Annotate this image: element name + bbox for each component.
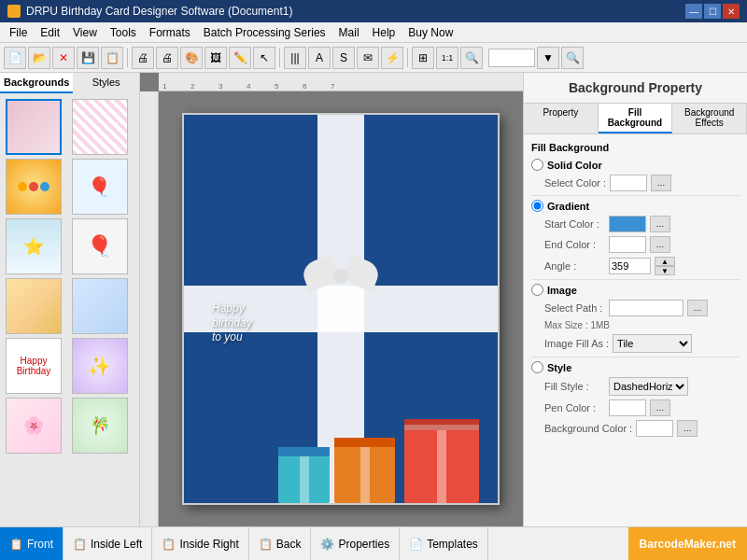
pen-color-button[interactable]: … <box>650 399 670 416</box>
prop-tab-effects[interactable]: Background Effects <box>672 104 747 133</box>
tb-zoomout[interactable]: 🔍 <box>561 47 584 69</box>
tb-grid[interactable]: ⊞ <box>412 47 434 69</box>
end-color-button[interactable]: … <box>650 236 670 253</box>
tb-barcode[interactable]: ||| <box>284 47 306 69</box>
menu-view[interactable]: View <box>67 24 103 40</box>
bg-thumb-4[interactable]: 🎈 <box>72 159 128 215</box>
bg-thumb-2[interactable] <box>72 99 128 155</box>
tab-inside-right[interactable]: 📋 Inside Right <box>152 527 248 560</box>
image-radio[interactable] <box>531 284 543 296</box>
tb-pencil[interactable]: ✏️ <box>229 47 251 69</box>
ruler-horizontal: 1 2 3 4 5 6 7 <box>159 73 523 91</box>
tab-inside-left[interactable]: 📋 Inside Left <box>63 527 152 560</box>
tb-text[interactable]: A <box>308 47 331 69</box>
image-fill-select[interactable]: Tile Stretch Center <box>613 334 692 353</box>
select-color-label: Select Color : <box>544 177 606 189</box>
bg-color-preview[interactable] <box>636 420 673 437</box>
menu-mail[interactable]: Mail <box>333 24 365 40</box>
tb-print[interactable]: 🖨 <box>132 47 154 69</box>
tb-11[interactable]: 1:1 <box>436 47 458 69</box>
tb-close-doc[interactable]: ✕ <box>52 47 75 69</box>
fill-style-row: Fill Style : DashedHorizontal Solid Dash… <box>531 377 740 396</box>
tb-mail[interactable]: ✉ <box>357 47 379 69</box>
bg-thumb-3[interactable] <box>6 159 62 215</box>
close-button[interactable]: ✕ <box>723 4 740 19</box>
solid-color-button[interactable]: … <box>651 175 671 191</box>
angle-row: Angle : 359 ▲ ▼ <box>531 257 740 275</box>
bg-thumb-11[interactable]: 🌸 <box>6 398 62 454</box>
tab-back[interactable]: 📋 Back <box>249 527 312 560</box>
front-icon: 📋 <box>9 538 23 551</box>
gradient-label[interactable]: Gradient <box>547 201 589 212</box>
tb-saveas[interactable]: 📋 <box>101 47 123 69</box>
background-grid: 🎈 ⭐ 🎈 Happy Birthday ✨ 🌸 🎋 <box>0 93 139 459</box>
tb-zoomin[interactable]: 🔍 <box>460 47 483 69</box>
menu-formats[interactable]: Formats <box>144 24 196 40</box>
tb-open[interactable]: 📂 <box>28 47 50 69</box>
title-bar-left: DRPU Birthday Card Designer Software (Do… <box>7 5 292 18</box>
tb-scan[interactable]: ⚡ <box>381 47 403 69</box>
path-input[interactable] <box>609 300 684 316</box>
solid-color-radio[interactable] <box>531 159 543 171</box>
gradient-radio[interactable] <box>531 200 543 212</box>
bg-thumb-12[interactable]: 🎋 <box>72 398 128 454</box>
tb-new[interactable]: 📄 <box>4 47 26 69</box>
end-color-preview[interactable] <box>609 236 646 253</box>
start-color-preview[interactable] <box>609 216 646 232</box>
menu-tools[interactable]: Tools <box>105 24 142 40</box>
tab-front[interactable]: 📋 Front <box>0 527 63 560</box>
menu-help[interactable]: Help <box>367 24 402 40</box>
zoom-input[interactable]: 150% <box>488 49 535 67</box>
pen-color-row: Pen Color : … <box>531 399 740 416</box>
property-content: Fill Background Solid Color Select Color… <box>524 134 747 526</box>
minimize-button[interactable]: — <box>685 4 702 19</box>
gift-blue <box>278 447 330 503</box>
bg-thumb-10[interactable]: ✨ <box>72 338 128 394</box>
tab-properties[interactable]: ⚙️ Properties <box>311 527 400 560</box>
angle-down[interactable]: ▼ <box>655 266 675 275</box>
bg-thumb-9[interactable]: Happy Birthday <box>6 338 62 394</box>
menu-buynow[interactable]: Buy Now <box>402 24 458 40</box>
tb-img[interactable]: 🖼 <box>204 47 227 69</box>
solid-color-label[interactable]: Solid Color <box>547 160 602 171</box>
bg-thumb-1[interactable] <box>6 99 62 155</box>
card-text: Happy birthday to you <box>212 301 252 345</box>
bg-color-button[interactable]: … <box>677 420 698 437</box>
style-radio[interactable] <box>531 361 543 373</box>
menu-edit[interactable]: Edit <box>35 24 65 40</box>
path-browse-button[interactable]: … <box>687 300 708 316</box>
angle-input[interactable]: 359 <box>609 258 651 274</box>
tb-print2[interactable]: 🖨 <box>156 47 178 69</box>
menu-batch[interactable]: Batch Processing Series <box>198 24 331 40</box>
bg-thumb-8[interactable] <box>72 278 128 334</box>
tb-s[interactable]: S <box>332 47 355 69</box>
templates-icon: 📄 <box>409 538 423 551</box>
bg-thumb-5[interactable]: ⭐ <box>6 218 62 274</box>
start-color-button[interactable]: … <box>650 216 670 232</box>
pen-color-preview[interactable] <box>609 399 646 416</box>
tab-styles[interactable]: Styles <box>73 73 139 93</box>
gradient-row: Gradient <box>531 200 740 212</box>
prop-tab-property[interactable]: Property <box>524 104 599 133</box>
tb-color[interactable]: 🎨 <box>180 47 203 69</box>
end-color-label: End Color : <box>544 239 605 250</box>
window-controls[interactable]: — ☐ ✕ <box>685 4 740 19</box>
image-label[interactable]: Image <box>547 285 577 296</box>
tab-backgrounds[interactable]: Backgrounds <box>0 73 73 93</box>
image-fill-row: Image Fill As : Tile Stretch Center <box>531 334 740 353</box>
prop-tab-fill[interactable]: Fill Background <box>599 104 673 133</box>
tb-cursor[interactable]: ↖ <box>253 47 275 69</box>
maximize-button[interactable]: ☐ <box>704 4 721 19</box>
card-canvas[interactable]: Happy birthday to you <box>182 113 500 505</box>
zoom-dropdown[interactable]: ▼ <box>537 47 559 69</box>
bg-thumb-7[interactable] <box>6 278 62 334</box>
bg-thumb-6[interactable]: 🎈 <box>72 218 128 274</box>
panel-tabs: Backgrounds Styles <box>0 73 139 93</box>
style-label[interactable]: Style <box>547 362 571 373</box>
angle-up[interactable]: ▲ <box>655 257 675 266</box>
tab-templates[interactable]: 📄 Templates <box>400 527 488 560</box>
solid-color-preview[interactable] <box>610 175 647 191</box>
menu-file[interactable]: File <box>4 24 33 40</box>
fill-style-select[interactable]: DashedHorizontal Solid DashedVertical <box>609 377 688 396</box>
tb-save[interactable]: 💾 <box>77 47 99 69</box>
